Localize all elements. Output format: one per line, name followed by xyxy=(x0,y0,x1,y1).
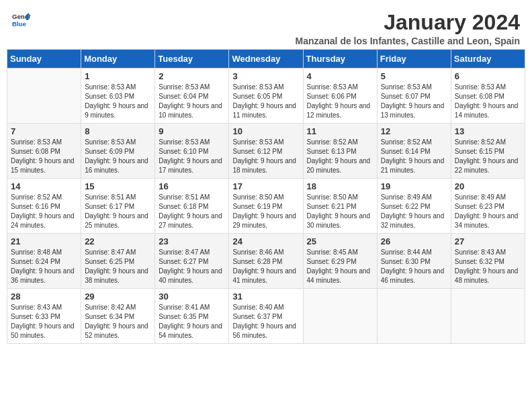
calendar-day-cell: 1Sunrise: 8:53 AMSunset: 6:03 PMDaylight… xyxy=(81,68,155,124)
day-info: Sunrise: 8:53 AMSunset: 6:08 PMDaylight:… xyxy=(11,138,77,175)
day-number: 3 xyxy=(232,71,299,81)
calendar-day-cell: 10Sunrise: 8:53 AMSunset: 6:12 PMDayligh… xyxy=(229,124,303,179)
day-info: Sunrise: 8:50 AMSunset: 6:19 PMDaylight:… xyxy=(232,193,299,230)
day-info: Sunrise: 8:53 AMSunset: 6:12 PMDaylight:… xyxy=(232,138,299,175)
day-info: Sunrise: 8:44 AMSunset: 6:30 PMDaylight:… xyxy=(381,248,447,285)
day-info: Sunrise: 8:40 AMSunset: 6:37 PMDaylight:… xyxy=(232,303,299,340)
day-info: Sunrise: 8:43 AMSunset: 6:33 PMDaylight:… xyxy=(11,303,77,340)
weekday-header-row: SundayMondayTuesdayWednesdayThursdayFrid… xyxy=(7,50,525,68)
calendar-day-cell: 26Sunrise: 8:44 AMSunset: 6:30 PMDayligh… xyxy=(377,234,451,289)
day-info: Sunrise: 8:53 AMSunset: 6:09 PMDaylight:… xyxy=(85,138,151,175)
day-number: 26 xyxy=(381,236,447,246)
calendar-day-cell: 12Sunrise: 8:52 AMSunset: 6:14 PMDayligh… xyxy=(377,124,451,179)
day-info: Sunrise: 8:50 AMSunset: 6:21 PMDaylight:… xyxy=(307,193,373,230)
day-number: 14 xyxy=(11,181,77,191)
day-number: 23 xyxy=(159,236,225,246)
day-number: 4 xyxy=(307,71,373,81)
calendar-day-cell: 23Sunrise: 8:47 AMSunset: 6:27 PMDayligh… xyxy=(155,234,229,289)
calendar-day-cell: 14Sunrise: 8:52 AMSunset: 6:16 PMDayligh… xyxy=(7,179,81,234)
day-number: 21 xyxy=(11,236,77,246)
calendar-week-row: 1Sunrise: 8:53 AMSunset: 6:03 PMDaylight… xyxy=(7,68,525,124)
calendar-day-cell: 5Sunrise: 8:53 AMSunset: 6:07 PMDaylight… xyxy=(377,68,451,124)
day-number: 20 xyxy=(455,181,521,191)
day-info: Sunrise: 8:53 AMSunset: 6:08 PMDaylight:… xyxy=(455,83,521,120)
calendar-day-cell: 2Sunrise: 8:53 AMSunset: 6:04 PMDaylight… xyxy=(155,68,229,124)
day-number: 2 xyxy=(159,71,225,81)
calendar-day-cell xyxy=(377,289,451,344)
weekday-header-cell: Sunday xyxy=(7,50,81,68)
weekday-header-cell: Saturday xyxy=(451,50,525,68)
day-number: 7 xyxy=(11,126,77,136)
calendar-day-cell: 28Sunrise: 8:43 AMSunset: 6:33 PMDayligh… xyxy=(7,289,81,344)
day-number: 24 xyxy=(232,236,299,246)
day-info: Sunrise: 8:51 AMSunset: 6:17 PMDaylight:… xyxy=(85,193,151,230)
day-info: Sunrise: 8:53 AMSunset: 6:05 PMDaylight:… xyxy=(232,83,299,120)
calendar-day-cell: 13Sunrise: 8:52 AMSunset: 6:15 PMDayligh… xyxy=(451,124,525,179)
day-number: 22 xyxy=(85,236,151,246)
calendar-week-row: 14Sunrise: 8:52 AMSunset: 6:16 PMDayligh… xyxy=(7,179,525,234)
day-number: 17 xyxy=(232,181,299,191)
day-number: 11 xyxy=(307,126,373,136)
calendar-week-row: 28Sunrise: 8:43 AMSunset: 6:33 PMDayligh… xyxy=(7,289,525,344)
day-info: Sunrise: 8:45 AMSunset: 6:29 PMDaylight:… xyxy=(307,248,373,285)
title-section: January 2024 Manzanal de los Infantes, C… xyxy=(295,11,520,46)
day-number: 15 xyxy=(85,181,151,191)
weekday-header-cell: Monday xyxy=(81,50,155,68)
day-number: 6 xyxy=(455,71,521,81)
day-number: 1 xyxy=(85,71,151,81)
day-info: Sunrise: 8:49 AMSunset: 6:23 PMDaylight:… xyxy=(455,193,521,230)
svg-text:Blue: Blue xyxy=(12,20,26,28)
day-info: Sunrise: 8:51 AMSunset: 6:18 PMDaylight:… xyxy=(159,193,225,230)
day-number: 9 xyxy=(159,126,225,136)
calendar-day-cell: 19Sunrise: 8:49 AMSunset: 6:22 PMDayligh… xyxy=(377,179,451,234)
calendar-day-cell: 7Sunrise: 8:53 AMSunset: 6:08 PMDaylight… xyxy=(7,124,81,179)
calendar-day-cell: 20Sunrise: 8:49 AMSunset: 6:23 PMDayligh… xyxy=(451,179,525,234)
calendar-day-cell xyxy=(451,289,525,344)
calendar-day-cell: 29Sunrise: 8:42 AMSunset: 6:34 PMDayligh… xyxy=(81,289,155,344)
day-info: Sunrise: 8:47 AMSunset: 6:25 PMDaylight:… xyxy=(85,248,151,285)
calendar-day-cell: 8Sunrise: 8:53 AMSunset: 6:09 PMDaylight… xyxy=(81,124,155,179)
calendar-day-cell: 9Sunrise: 8:53 AMSunset: 6:10 PMDaylight… xyxy=(155,124,229,179)
day-info: Sunrise: 8:43 AMSunset: 6:32 PMDaylight:… xyxy=(455,248,521,285)
day-info: Sunrise: 8:53 AMSunset: 6:04 PMDaylight:… xyxy=(159,83,225,120)
day-info: Sunrise: 8:53 AMSunset: 6:06 PMDaylight:… xyxy=(307,83,373,120)
day-number: 19 xyxy=(381,181,447,191)
day-number: 13 xyxy=(455,126,521,136)
calendar-day-cell: 30Sunrise: 8:41 AMSunset: 6:35 PMDayligh… xyxy=(155,289,229,344)
day-info: Sunrise: 8:52 AMSunset: 6:13 PMDaylight:… xyxy=(307,138,373,175)
day-number: 31 xyxy=(232,291,299,302)
day-info: Sunrise: 8:52 AMSunset: 6:14 PMDaylight:… xyxy=(381,138,447,175)
calendar-day-cell: 11Sunrise: 8:52 AMSunset: 6:13 PMDayligh… xyxy=(303,124,377,179)
calendar-day-cell: 16Sunrise: 8:51 AMSunset: 6:18 PMDayligh… xyxy=(155,179,229,234)
calendar-day-cell: 4Sunrise: 8:53 AMSunset: 6:06 PMDaylight… xyxy=(303,68,377,124)
weekday-header-cell: Wednesday xyxy=(229,50,303,68)
calendar-day-cell: 15Sunrise: 8:51 AMSunset: 6:17 PMDayligh… xyxy=(81,179,155,234)
weekday-header-cell: Tuesday xyxy=(155,50,229,68)
day-number: 8 xyxy=(85,126,151,136)
day-number: 10 xyxy=(232,126,299,136)
calendar-body: 1Sunrise: 8:53 AMSunset: 6:03 PMDaylight… xyxy=(7,68,525,344)
calendar-week-row: 7Sunrise: 8:53 AMSunset: 6:08 PMDaylight… xyxy=(7,124,525,179)
weekday-header-cell: Friday xyxy=(377,50,451,68)
logo: General Blue xyxy=(12,11,31,30)
calendar-day-cell: 6Sunrise: 8:53 AMSunset: 6:08 PMDaylight… xyxy=(451,68,525,124)
calendar-day-cell: 24Sunrise: 8:46 AMSunset: 6:28 PMDayligh… xyxy=(229,234,303,289)
day-number: 18 xyxy=(307,181,373,191)
calendar-day-cell: 3Sunrise: 8:53 AMSunset: 6:05 PMDaylight… xyxy=(229,68,303,124)
day-number: 16 xyxy=(159,181,225,191)
day-info: Sunrise: 8:41 AMSunset: 6:35 PMDaylight:… xyxy=(159,303,225,340)
calendar-day-cell: 21Sunrise: 8:48 AMSunset: 6:24 PMDayligh… xyxy=(7,234,81,289)
location-subtitle: Manzanal de los Infantes, Castille and L… xyxy=(295,36,520,46)
calendar-day-cell: 17Sunrise: 8:50 AMSunset: 6:19 PMDayligh… xyxy=(229,179,303,234)
page-header: General Blue January 2024 Manzanal de lo… xyxy=(7,7,525,46)
calendar-day-cell xyxy=(7,68,81,124)
day-info: Sunrise: 8:52 AMSunset: 6:16 PMDaylight:… xyxy=(11,193,77,230)
day-info: Sunrise: 8:49 AMSunset: 6:22 PMDaylight:… xyxy=(381,193,447,230)
day-number: 29 xyxy=(85,291,151,302)
day-info: Sunrise: 8:42 AMSunset: 6:34 PMDaylight:… xyxy=(85,303,151,340)
calendar-week-row: 21Sunrise: 8:48 AMSunset: 6:24 PMDayligh… xyxy=(7,234,525,289)
day-info: Sunrise: 8:48 AMSunset: 6:24 PMDaylight:… xyxy=(11,248,77,285)
day-number: 28 xyxy=(11,291,77,302)
calendar-day-cell: 31Sunrise: 8:40 AMSunset: 6:37 PMDayligh… xyxy=(229,289,303,344)
day-info: Sunrise: 8:53 AMSunset: 6:07 PMDaylight:… xyxy=(381,83,447,120)
